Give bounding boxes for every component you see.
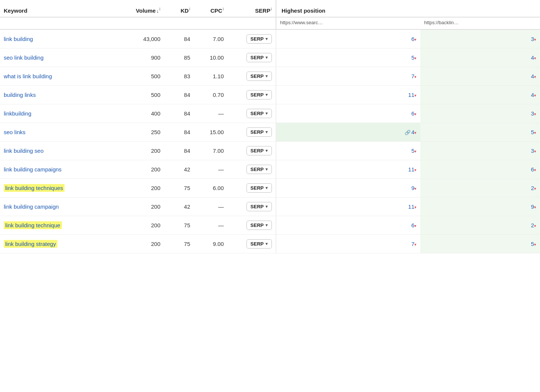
keyword-link[interactable]: link building seo	[4, 148, 44, 154]
site2-subheader: https://backlin…	[420, 17, 540, 29]
position1-cell: 6▾	[276, 216, 420, 235]
keyword-link[interactable]: link building campaign	[4, 203, 59, 210]
table-body: link building43,000847.00SERP ▾6▾3▾seo l…	[0, 29, 540, 253]
serp-button[interactable]: SERP ▾	[247, 127, 272, 137]
cpc-cell: —	[194, 104, 227, 123]
main-table-container: Keyword Volume↓i KDi CPCi SERPi Highest …	[0, 0, 540, 253]
serp-cell: SERP ▾	[227, 48, 276, 67]
position2-arrow: ▾	[534, 93, 536, 98]
table-row: seo link building9008510.00SERP ▾5▾4▾	[0, 48, 540, 67]
serp-label: SERP	[251, 148, 264, 154]
position2-arrow: ▾	[534, 130, 536, 135]
keyword-link[interactable]: seo links	[4, 129, 25, 135]
keyword-link[interactable]: link building strategy	[4, 240, 57, 248]
cpc-cell: 7.00	[194, 142, 227, 160]
volume-cell: 200	[119, 216, 164, 235]
cpc-cell: 0.70	[194, 86, 227, 104]
serp-button[interactable]: SERP ▾	[247, 34, 272, 44]
cpc-cell: —	[194, 216, 227, 235]
keyword-link[interactable]: link building techniques	[4, 184, 65, 192]
position1-arrow: ▾	[414, 130, 417, 135]
position1-arrow: ▾	[414, 168, 417, 172]
position2-value: 3	[531, 110, 534, 117]
keyword-cell: link building strategy	[0, 235, 119, 253]
position2-value: 2	[531, 222, 534, 228]
keyword-link[interactable]: link building campaigns	[4, 166, 62, 173]
position1-arrow: ▾	[414, 112, 417, 116]
position1-cell: 6▾	[276, 29, 420, 48]
serp-button[interactable]: SERP ▾	[247, 53, 272, 62]
serp-button[interactable]: SERP ▾	[247, 146, 272, 155]
position1-arrow: ▾	[414, 75, 417, 79]
position2-value: 3	[531, 36, 534, 42]
volume-cell: 200	[119, 235, 164, 253]
position1-cell: 7▾	[276, 67, 420, 86]
cpc-header: CPCi	[194, 0, 227, 17]
position2-cell: 4▾	[420, 67, 540, 86]
serp-label: SERP	[251, 241, 264, 247]
kd-cell: 84	[164, 86, 194, 104]
volume-cell: 200	[119, 197, 164, 216]
keyword-link[interactable]: linkbuilding	[4, 110, 31, 117]
keyword-link[interactable]: building links	[4, 92, 36, 98]
serp-arrow: ▾	[266, 74, 268, 79]
position2-cell: 4▾	[420, 48, 540, 67]
serp-button[interactable]: SERP ▾	[247, 239, 272, 249]
position2-cell: 3▾	[420, 104, 540, 123]
serp-button[interactable]: SERP ▾	[247, 90, 272, 99]
kd-cell: 84	[164, 123, 194, 142]
position1-value: 11	[408, 92, 415, 98]
keyword-cell: building links	[0, 86, 119, 104]
position2-cell: 4▾	[420, 86, 540, 104]
serp-label: SERP	[251, 111, 264, 116]
serp-button[interactable]: SERP ▾	[247, 221, 272, 230]
table-row: link building strategy200759.00SERP ▾7▾5…	[0, 235, 540, 253]
position1-arrow: ▾	[414, 186, 417, 191]
position2-value: 4	[531, 73, 534, 79]
serp-cell: SERP ▾	[227, 104, 276, 123]
serp-label: SERP	[251, 55, 264, 60]
volume-cell: 43,000	[119, 29, 164, 48]
serp-arrow: ▾	[266, 241, 268, 246]
serp-cell: SERP ▾	[227, 67, 276, 86]
position2-arrow: ▾	[534, 186, 536, 191]
keyword-link[interactable]: link building technique	[4, 221, 62, 229]
highest-position-header: Highest position	[276, 0, 540, 17]
keyword-link[interactable]: what is link building	[4, 73, 52, 79]
serp-arrow: ▾	[266, 186, 268, 190]
serp-cell: SERP ▾	[227, 216, 276, 235]
position2-arrow: ▾	[534, 56, 536, 60]
cpc-cell: 9.00	[194, 235, 227, 253]
table-row: link building campaign20042—SERP ▾11▾9▾	[0, 197, 540, 216]
serp-button[interactable]: SERP ▾	[247, 202, 272, 211]
position1-cell: 5▾	[276, 142, 420, 160]
serp-cell: SERP ▾	[227, 235, 276, 253]
keyword-table: Keyword Volume↓i KDi CPCi SERPi Highest …	[0, 0, 540, 253]
sub-headers-row: https://www.searc… https://backlin…	[0, 17, 540, 29]
kd-cell: 75	[164, 179, 194, 197]
keyword-link[interactable]: link building	[4, 36, 33, 42]
serp-button[interactable]: SERP ▾	[247, 183, 272, 193]
serp-arrow: ▾	[266, 92, 268, 97]
serp-button[interactable]: SERP ▾	[247, 109, 272, 118]
table-row: building links500840.70SERP ▾11▾4▾	[0, 86, 540, 104]
position2-cell: 6▾	[420, 160, 540, 179]
table-row: link building43,000847.00SERP ▾6▾3▾	[0, 29, 540, 48]
table-row: link building seo200847.00SERP ▾5▾3▾	[0, 142, 540, 160]
cpc-cell: —	[194, 197, 227, 216]
position1-arrow: ▾	[414, 56, 417, 60]
position2-value: 6	[531, 166, 534, 173]
keyword-header: Keyword	[0, 0, 119, 17]
keyword-link[interactable]: seo link building	[4, 54, 44, 61]
serp-arrow: ▾	[266, 111, 268, 116]
serp-button[interactable]: SERP ▾	[247, 72, 272, 81]
table-row: what is link building500831.10SERP ▾7▾4▾	[0, 67, 540, 86]
serp-header: SERPi	[227, 0, 276, 17]
kd-cell: 75	[164, 235, 194, 253]
keyword-cell: seo links	[0, 123, 119, 142]
serp-button[interactable]: SERP ▾	[247, 165, 272, 174]
position1-value: 11	[408, 166, 415, 173]
position2-arrow: ▾	[534, 149, 536, 154]
position1-cell: 7▾	[276, 235, 420, 253]
serp-cell: SERP ▾	[227, 160, 276, 179]
